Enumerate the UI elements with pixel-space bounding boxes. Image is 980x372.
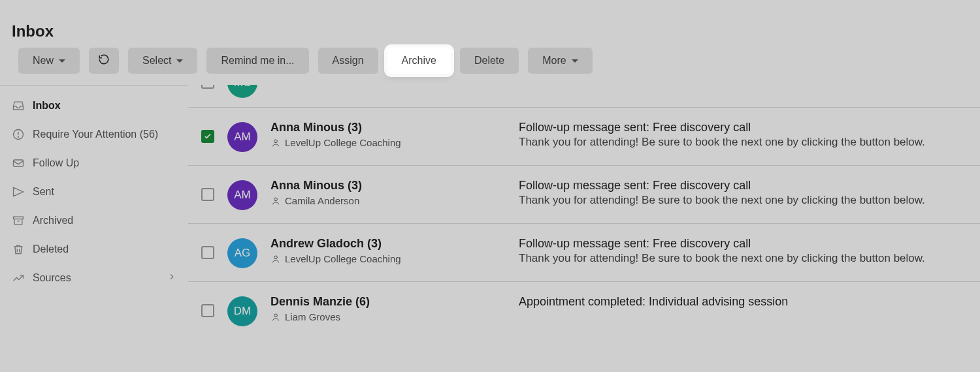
chevron-right-icon: [167, 272, 176, 284]
svg-point-8: [274, 314, 278, 317]
archive-button[interactable]: Archive: [387, 48, 451, 74]
message-col: Follow-up message sent: Free discovery c…: [519, 237, 964, 265]
message-row[interactable]: AM Anna Minous (3) Camila Anderson Follo…: [188, 165, 980, 223]
org-line: Camila Anderson: [270, 195, 506, 206]
sidebar-item-label: Archived: [33, 215, 73, 226]
avatar: AG: [227, 238, 257, 268]
trash-icon: [12, 243, 25, 256]
archive-icon: [12, 214, 25, 227]
org-name: LevelUp College Coaching: [285, 137, 401, 148]
alert-icon: [12, 128, 25, 141]
more-button[interactable]: More: [528, 48, 592, 74]
app-root: Inbox New Select Remind me in... Assign …: [0, 0, 980, 372]
svg-point-5: [274, 140, 278, 143]
sidebar-item-label: Inbox: [33, 100, 61, 112]
sidebar-item-label: Deleted: [33, 243, 69, 255]
sidebar-item-label: Sent: [33, 186, 54, 198]
org-name: Liam Groves: [285, 311, 340, 322]
sidebar-item-deleted[interactable]: Deleted: [0, 235, 188, 264]
assign-button-label: Assign: [333, 55, 364, 67]
person-icon: [270, 196, 281, 206]
remind-button-label: Remind me in...: [221, 55, 294, 67]
subject: Follow-up message sent: Free discovery c…: [519, 121, 964, 134]
sidebar-item-label: Require Your Attention (56): [33, 129, 158, 140]
subject: Appointment completed: Individual advisi…: [519, 295, 964, 309]
sidebar-item-inbox[interactable]: Inbox: [0, 91, 188, 120]
preview: Thank you for attending! Be sure to book…: [519, 194, 964, 207]
message-row[interactable]: DM Dennis Manzie (6) Liam Groves Appoint…: [188, 281, 980, 352]
message-col: Follow-up message sent: Free discovery c…: [519, 121, 964, 149]
page-title: Inbox: [12, 22, 54, 40]
svg-point-7: [274, 256, 278, 259]
message-row[interactable]: MC LevelUp College Coaching: [188, 85, 980, 107]
person-icon: [270, 254, 281, 264]
more-button-label: More: [542, 55, 566, 67]
caret-down-icon: [59, 59, 65, 63]
sidebar-item-sent[interactable]: Sent: [0, 178, 188, 206]
sidebar-item-label: Follow Up: [33, 157, 79, 169]
message-list: MC LevelUp College Coaching AM Anna Mino…: [188, 85, 980, 372]
sidebar: Inbox Require Your Attention (56) Follow…: [0, 91, 188, 372]
org-name: LevelUp College Coaching: [285, 253, 401, 264]
message-row[interactable]: AG Andrew Gladoch (3) LevelUp College Co…: [188, 223, 980, 281]
avatar: MC: [227, 85, 257, 98]
toolbar: New Select Remind me in... Assign Archiv…: [18, 48, 593, 74]
svg-point-6: [274, 198, 278, 201]
remind-button[interactable]: Remind me in...: [206, 48, 308, 74]
sidebar-item-archived[interactable]: Archived: [0, 206, 188, 235]
avatar: DM: [227, 296, 257, 326]
svg-point-1: [18, 136, 19, 137]
sender-col: Anna Minous (3) LevelUp College Coaching: [270, 121, 506, 148]
followup-icon: [12, 157, 25, 170]
row-checkbox[interactable]: [201, 130, 214, 143]
row-checkbox[interactable]: [201, 85, 214, 89]
svg-rect-2: [14, 160, 24, 166]
delete-button-label: Delete: [474, 55, 504, 67]
sent-icon: [12, 185, 25, 198]
person-icon: [270, 138, 281, 148]
preview: Thank you for attending! Be sure to book…: [519, 136, 964, 149]
sender-col: Anna Minous (3) Camila Anderson: [270, 179, 506, 206]
caret-down-icon: [572, 59, 578, 63]
subject: Follow-up message sent: Free discovery c…: [519, 237, 964, 251]
delete-button[interactable]: Delete: [460, 48, 519, 74]
message-row[interactable]: AM Anna Minous (3) LevelUp College Coach…: [188, 107, 980, 165]
org-line: LevelUp College Coaching: [270, 137, 506, 148]
archive-button-label: Archive: [402, 55, 436, 67]
sidebar-item-attention[interactable]: Require Your Attention (56): [0, 120, 188, 149]
sender-name: Anna Minous (3): [270, 121, 506, 134]
org-line: Liam Groves: [270, 311, 506, 322]
sidebar-item-sources[interactable]: Sources: [0, 264, 188, 292]
org-name: Camila Anderson: [285, 195, 359, 206]
subject: Follow-up message sent: Free discovery c…: [519, 179, 964, 193]
select-button-label: Select: [142, 55, 171, 67]
refresh-icon: [98, 54, 110, 68]
sidebar-item-label: Sources: [33, 272, 71, 284]
caret-down-icon: [176, 59, 183, 63]
row-checkbox[interactable]: [201, 188, 214, 201]
avatar: AM: [227, 180, 257, 210]
avatar: AM: [227, 122, 257, 152]
svg-rect-3: [14, 217, 24, 219]
row-checkbox[interactable]: [201, 304, 214, 317]
row-checkbox[interactable]: [201, 246, 214, 259]
sidebar-item-followup[interactable]: Follow Up: [0, 149, 188, 178]
new-button-label: New: [33, 55, 54, 67]
select-button[interactable]: Select: [128, 48, 197, 74]
sender-name: Dennis Manzie (6): [270, 295, 506, 309]
sender-name: Andrew Gladoch (3): [270, 237, 506, 251]
sources-icon: [12, 271, 25, 285]
inbox-icon: [12, 99, 25, 112]
message-col: Appointment completed: Individual advisi…: [519, 295, 964, 310]
assign-button[interactable]: Assign: [318, 48, 378, 74]
refresh-button[interactable]: [89, 48, 119, 74]
preview: Thank you for attending! Be sure to book…: [519, 252, 964, 265]
sender-name: Anna Minous (3): [270, 179, 506, 193]
sender-col: Dennis Manzie (6) Liam Groves: [270, 295, 506, 322]
new-button[interactable]: New: [18, 48, 80, 74]
person-icon: [270, 312, 281, 322]
message-col: Follow-up message sent: Free discovery c…: [519, 179, 964, 207]
org-line: LevelUp College Coaching: [270, 253, 506, 264]
sender-col: Andrew Gladoch (3) LevelUp College Coach…: [270, 237, 506, 264]
